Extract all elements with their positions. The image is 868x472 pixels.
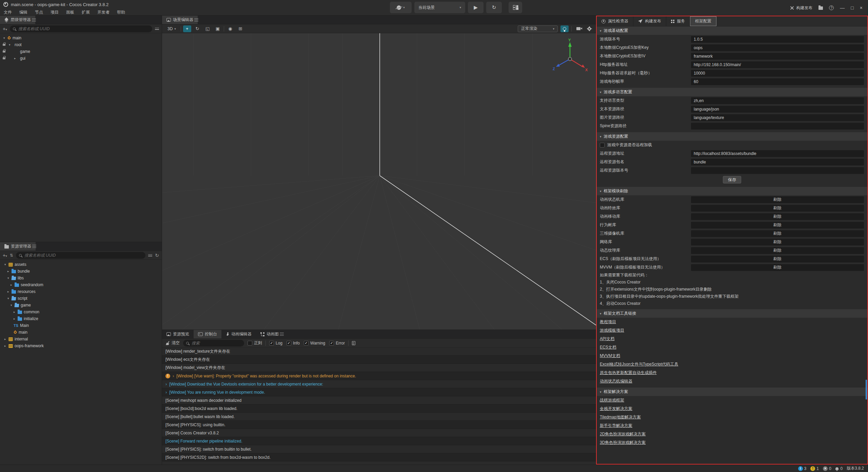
remove-module-button[interactable]: 剔除 bbox=[691, 239, 864, 245]
filter-info-checkbox[interactable]: ✓Info bbox=[287, 341, 300, 346]
doc-link[interactable]: 全栈开发解决方案 bbox=[600, 406, 632, 412]
section-header[interactable]: ▾游戏资源配置 bbox=[597, 132, 867, 141]
rotate-tool-button[interactable]: ↻ bbox=[193, 25, 201, 32]
chevron-down-icon[interactable]: ▾ bbox=[7, 297, 12, 300]
log-row[interactable]: [Scene] [bullet]:bullet wasm lib loaded. bbox=[162, 413, 596, 421]
restart-button[interactable]: ↻ bbox=[486, 2, 502, 13]
remove-module-button[interactable]: 剔除 bbox=[691, 230, 864, 237]
log-row[interactable]: [Window] model_view文件夹存在 bbox=[162, 364, 596, 372]
doc-link[interactable]: 教程项目 bbox=[600, 319, 616, 325]
menu-item[interactable]: 节点 bbox=[31, 9, 47, 15]
tree-node[interactable]: ▸bundle bbox=[0, 268, 162, 275]
mode-3d-toggle[interactable]: 3D ▾ bbox=[165, 25, 179, 32]
error-count[interactable]: × 0 bbox=[823, 466, 831, 471]
scene-select-dropdown[interactable]: 当前场景 ▾ bbox=[414, 2, 465, 13]
tab-inspector[interactable]: 属性检查器 bbox=[597, 16, 633, 26]
clear-console-button[interactable]: 清空 bbox=[165, 340, 180, 346]
doc-link[interactable]: 原生包热更新配置自动生成插件 bbox=[600, 370, 657, 376]
log-row[interactable]: !›[Window] [Vue warn]: Property "onInput… bbox=[162, 372, 596, 380]
panel-menu-icon[interactable] bbox=[32, 245, 36, 248]
filter-icon[interactable] bbox=[148, 254, 152, 257]
tree-node[interactable]: ▾assets bbox=[0, 261, 162, 268]
collapse-log-icon[interactable] bbox=[352, 341, 355, 345]
chevron-right-icon[interactable]: ▸ bbox=[4, 337, 8, 341]
scrollbar-thumb[interactable] bbox=[866, 380, 867, 399]
tab-scene-editor[interactable]: 场景编辑器 bbox=[162, 16, 198, 24]
log-row[interactable]: ›[Window] You are running Vue in develop… bbox=[162, 388, 596, 396]
menu-item[interactable]: 开发者 bbox=[94, 9, 113, 15]
help-icon[interactable]: ? bbox=[829, 5, 834, 10]
remove-module-button[interactable]: 剔除 bbox=[691, 213, 864, 220]
chevron-right-icon[interactable]: ▸ bbox=[4, 344, 8, 348]
notification-count[interactable]: 0 bbox=[835, 466, 843, 471]
menu-item[interactable]: 面板 bbox=[62, 9, 78, 15]
camera-settings-button[interactable] bbox=[574, 25, 583, 32]
log-row[interactable]: [Scene] Forward render pipeline initiali… bbox=[162, 437, 596, 445]
doc-link[interactable]: Excel格式转Json文件与TypeScript代码工具 bbox=[600, 361, 678, 367]
console-search-input[interactable] bbox=[191, 340, 241, 346]
console-search[interactable] bbox=[183, 340, 244, 347]
chevron-right-icon[interactable]: ▸ bbox=[11, 283, 15, 287]
tree-node[interactable]: ▸seedrandom bbox=[0, 281, 162, 288]
expand-icon[interactable]: › bbox=[165, 381, 167, 387]
chevron-right-icon[interactable]: ▸ bbox=[7, 270, 12, 273]
menu-item[interactable]: 编辑 bbox=[16, 9, 31, 15]
filter-warning-checkbox[interactable]: ✓Warning bbox=[304, 341, 325, 346]
tree-node[interactable]: ▸gui bbox=[0, 55, 162, 62]
hierarchy-search[interactable] bbox=[10, 25, 152, 32]
create-node-button[interactable]: +▾ bbox=[3, 26, 7, 31]
warning-count[interactable]: ! 1 bbox=[810, 466, 819, 471]
build-publish-button[interactable]: 构建发布 bbox=[790, 5, 812, 11]
move-tool-button[interactable]: + bbox=[183, 25, 191, 32]
scene-settings-button[interactable] bbox=[585, 25, 593, 32]
section-header[interactable]: ▾游戏基础配置 bbox=[597, 26, 867, 35]
log-row[interactable]: [Scene] meshopt wasm decoder initialized bbox=[162, 396, 596, 405]
remove-module-button[interactable]: 剔除 bbox=[691, 264, 864, 271]
field-input[interactable] bbox=[691, 150, 864, 157]
log-row[interactable]: [Scene] [PHYSICS]: switch from builtin t… bbox=[162, 445, 596, 453]
sort-icon[interactable]: ⇅ bbox=[10, 253, 13, 257]
chevron-down-icon[interactable]: ▾ bbox=[3, 36, 7, 40]
tab-console-active[interactable]: >_控制台 bbox=[194, 330, 221, 338]
pivot-toggle-button[interactable]: ◉ bbox=[226, 25, 234, 32]
tree-node[interactable]: ▾game bbox=[0, 302, 162, 309]
tab-console[interactable]: 动画编辑器 bbox=[221, 330, 256, 338]
assets-search[interactable] bbox=[16, 252, 145, 259]
create-asset-button[interactable]: +▾ bbox=[3, 253, 7, 258]
doc-link[interactable]: ECS文档 bbox=[600, 345, 616, 350]
refresh-icon[interactable]: ↻ bbox=[155, 253, 159, 258]
menu-item[interactable]: 项目 bbox=[47, 9, 62, 15]
scale-tool-button[interactable]: ◱ bbox=[203, 25, 212, 32]
tab-console[interactable]: 动画图 bbox=[256, 330, 283, 338]
chevron-down-icon[interactable]: ▾ bbox=[7, 276, 12, 280]
chevron-right-icon[interactable]: ▸ bbox=[7, 290, 12, 293]
render-mode-dropdown[interactable]: 正常渲染 ▾ bbox=[518, 25, 558, 32]
doc-link[interactable]: 3D角色扮演游戏解决方案 bbox=[600, 440, 646, 446]
menu-item[interactable]: 帮助 bbox=[113, 9, 129, 15]
tree-node[interactable]: ▸resources bbox=[0, 288, 162, 295]
panel-menu-icon[interactable] bbox=[280, 333, 284, 336]
filter-icon[interactable] bbox=[155, 27, 159, 31]
chevron-down-icon[interactable]: ▾ bbox=[11, 303, 15, 307]
tab-framework-config[interactable]: 框架配置 bbox=[690, 16, 716, 26]
lighting-toggle-button[interactable] bbox=[560, 25, 569, 32]
tree-node[interactable]: ▸common bbox=[0, 309, 162, 315]
tree-node[interactable]: ▾script bbox=[0, 295, 162, 302]
axis-gizmo[interactable]: Y X Z bbox=[552, 38, 589, 75]
expand-icon[interactable]: › bbox=[165, 390, 167, 395]
open-folder-icon[interactable] bbox=[818, 6, 823, 10]
doc-link[interactable]: Tiledmap地图解决方案 bbox=[600, 414, 641, 420]
chevron-right-icon[interactable]: ▸ bbox=[14, 317, 18, 320]
field-input[interactable] bbox=[691, 78, 864, 85]
doc-link[interactable]: 新手引导解决方案 bbox=[600, 423, 632, 429]
remove-module-button[interactable]: 剔除 bbox=[691, 222, 864, 229]
remove-module-button[interactable]: 剔除 bbox=[691, 256, 864, 262]
play-button[interactable]: ▶ bbox=[468, 2, 484, 13]
log-row[interactable]: [Scene] [box2d]:box2d wasm lib loaded. bbox=[162, 405, 596, 413]
doc-link[interactable]: 游戏模板项目 bbox=[600, 328, 624, 333]
field-input[interactable] bbox=[691, 61, 864, 68]
field-input[interactable] bbox=[691, 167, 864, 174]
tree-node[interactable]: ▸initialize bbox=[0, 315, 162, 322]
log-row[interactable]: [Scene] [PHYSICS2D]: switch from box2d-w… bbox=[162, 453, 596, 461]
panel-menu-icon[interactable] bbox=[32, 18, 36, 21]
